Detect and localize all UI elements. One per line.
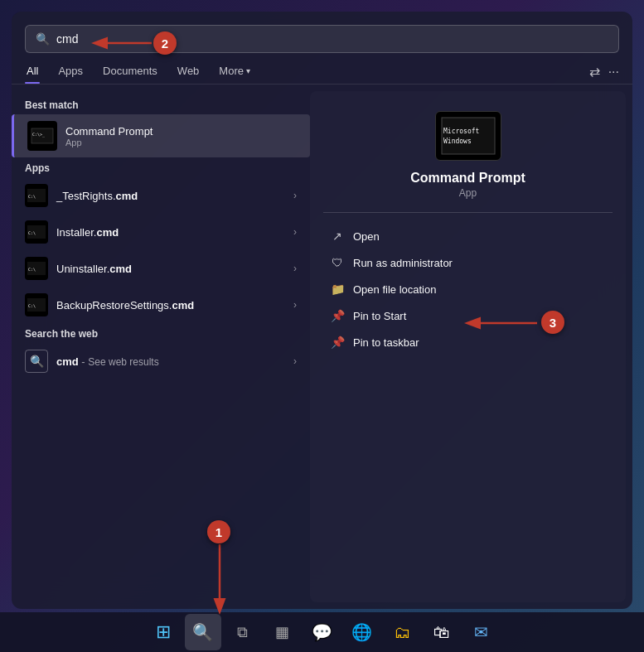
taskview-icon: ⧉ <box>237 624 248 641</box>
panel-divider <box>323 212 613 213</box>
taskbar-search[interactable]: 🔍 <box>185 614 221 650</box>
result-uninstaller[interactable]: C:\ Uninstaller.cmd › <box>12 250 310 287</box>
arrow-icon-testrights: › <box>293 190 297 201</box>
teams-icon: 💬 <box>312 622 332 642</box>
app-detail-title: Command Prompt <box>410 171 525 186</box>
backuprestore-icon: C:\ <box>25 293 48 316</box>
result-title-installer: Installer.cmd <box>56 226 293 239</box>
result-web-cmd[interactable]: 🔍 cmd - See web results › <box>12 343 310 379</box>
uninstaller-icon: C:\ <box>25 257 48 280</box>
result-title-testrights: _TestRights.cmd <box>56 190 293 202</box>
taskbar-edge[interactable]: 🌐 <box>344 614 380 650</box>
svg-text:C:\: C:\ <box>28 267 36 272</box>
action-pin-start-label: Pin to Start <box>353 310 406 322</box>
result-text-command-prompt: Command Prompt App <box>65 125 297 147</box>
tab-apps[interactable]: Apps <box>56 60 85 84</box>
cmd-icon-svg: C:\>_ <box>31 128 54 144</box>
arrow-icon-web: › <box>293 355 297 367</box>
chevron-down-icon: ▾ <box>246 66 250 75</box>
action-file-location[interactable]: 📁 Open file location <box>323 276 613 302</box>
action-pin-taskbar[interactable]: 📌 Pin to taskbar <box>323 329 613 355</box>
result-title-uninstaller: Uninstaller.cmd <box>56 263 293 275</box>
result-text-testrights: _TestRights.cmd <box>56 190 293 202</box>
result-testrights[interactable]: C:\ _TestRights.cmd › <box>12 177 310 214</box>
action-pin-start[interactable]: 📌 Pin to Start <box>323 302 613 329</box>
installer-icon: C:\ <box>25 220 48 244</box>
badge-2: 2 <box>153 31 177 55</box>
action-location-label: Open file location <box>353 283 436 296</box>
app-big-icon: Microsoft Windows <box>435 111 501 161</box>
result-installer[interactable]: C:\ Installer.cmd › <box>12 214 310 250</box>
taskbar-search-icon: 🔍 <box>192 622 213 642</box>
taskbar-explorer[interactable]: 🗂 <box>384 614 420 650</box>
result-title-command-prompt: Command Prompt <box>65 125 297 138</box>
action-open-label: Open <box>353 230 380 243</box>
taskbar-teams[interactable]: 💬 <box>304 614 341 650</box>
svg-text:Windows: Windows <box>443 138 472 145</box>
search-input[interactable] <box>56 32 608 46</box>
result-title-web: cmd - See web results <box>56 355 293 368</box>
app-icon-svg: Microsoft Windows <box>439 115 497 157</box>
tab-web[interactable]: Web <box>176 60 201 84</box>
section-apps-label: Apps <box>12 157 310 177</box>
web-search-icon: 🔍 <box>25 350 48 373</box>
content-area: Best match C:\>_ Command Prompt App Apps <box>12 85 632 609</box>
folder-icon: 📁 <box>330 283 345 296</box>
tab-more[interactable]: More ▾ <box>217 60 252 84</box>
search-bar: 🔍 <box>25 25 619 53</box>
testrights-icon: C:\ <box>25 184 48 207</box>
action-open[interactable]: ↗ Open <box>323 223 613 249</box>
tab-documents[interactable]: Documents <box>101 60 159 84</box>
action-run-admin[interactable]: 🛡 Run as administrator <box>323 249 613 276</box>
edge-icon: 🌐 <box>351 622 372 642</box>
windows-logo-icon: ⊞ <box>156 621 171 643</box>
result-backuprestore[interactable]: C:\ BackupRestoreSettings.cmd › <box>12 287 310 323</box>
pin-taskbar-icon: 📌 <box>330 336 345 349</box>
open-icon: ↗ <box>330 229 345 243</box>
result-text-uninstaller: Uninstaller.cmd <box>56 263 293 275</box>
left-panel: Best match C:\>_ Command Prompt App Apps <box>12 85 310 609</box>
start-menu: 🔍 All Apps Documents Web More ▾ ⇄ ··· <box>12 12 632 609</box>
store-icon: 🛍 <box>433 623 450 642</box>
result-subtitle-command-prompt: App <box>65 138 297 147</box>
result-title-backuprestore: BackupRestoreSettings.cmd <box>56 299 293 312</box>
explorer-icon: 🗂 <box>394 623 410 642</box>
right-panel: Microsoft Windows Command Prompt App ↗ O… <box>310 91 626 602</box>
svg-text:C:\: C:\ <box>28 230 36 235</box>
result-text-web: cmd - See web results <box>56 355 293 368</box>
taskbar-mail[interactable]: ✉ <box>463 614 500 650</box>
taskbar-store[interactable]: 🛍 <box>424 614 460 650</box>
arrow-icon-backuprestore: › <box>293 299 297 311</box>
arrow-icon-installer: › <box>293 226 297 238</box>
section-best-match-label: Best match <box>12 94 310 114</box>
arrow-icon-uninstaller: › <box>293 263 297 274</box>
taskbar-widgets[interactable]: ▦ <box>264 614 301 650</box>
search-tabs: All Apps Documents Web More ▾ ⇄ ··· <box>12 53 632 85</box>
svg-text:C:\: C:\ <box>28 194 36 199</box>
result-command-prompt[interactable]: C:\>_ Command Prompt App <box>12 114 310 157</box>
widgets-icon: ▦ <box>275 623 289 641</box>
share-icon[interactable]: ⇄ <box>589 64 600 80</box>
svg-rect-15 <box>442 118 495 154</box>
shield-icon: 🛡 <box>330 256 345 269</box>
badge-3: 3 <box>541 311 564 334</box>
result-text-installer: Installer.cmd <box>56 226 293 239</box>
badge-1: 1 <box>207 520 230 543</box>
taskbar-taskview[interactable]: ⧉ <box>225 614 261 650</box>
taskbar: ⊞ 🔍 ⧉ ▦ 💬 🌐 🗂 🛍 ✉ <box>0 612 644 652</box>
app-detail-type: App <box>459 187 477 199</box>
action-list: ↗ Open 🛡 Run as administrator 📁 Open fil… <box>323 223 613 355</box>
more-options-icon[interactable]: ··· <box>608 65 619 80</box>
search-icon: 🔍 <box>36 32 50 46</box>
svg-text:Microsoft: Microsoft <box>443 128 480 135</box>
svg-text:C:\>_: C:\>_ <box>32 132 46 138</box>
taskbar-start[interactable]: ⊞ <box>145 614 182 650</box>
tab-all[interactable]: All <box>25 60 40 84</box>
action-pin-taskbar-label: Pin to taskbar <box>353 336 419 349</box>
mail-icon: ✉ <box>474 622 488 642</box>
pin-start-icon: 📌 <box>330 309 345 322</box>
cmd-icon: C:\>_ <box>27 121 57 151</box>
result-text-backuprestore: BackupRestoreSettings.cmd <box>56 299 293 312</box>
svg-text:C:\: C:\ <box>28 303 36 308</box>
action-admin-label: Run as administrator <box>353 257 453 269</box>
